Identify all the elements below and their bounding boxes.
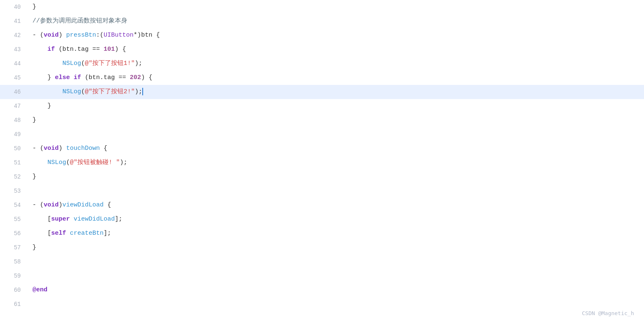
line-content[interactable]: NSLog(@"按钮被触碰! ");: [28, 158, 644, 168]
line-number: 48: [0, 116, 28, 125]
line-content[interactable]: NSLog(@"按下了按钮1!");: [28, 59, 644, 69]
code-line: 51 NSLog(@"按钮被触碰! ");: [0, 156, 644, 170]
code-line: 61: [0, 297, 644, 311]
code-line: 56 [self createBtn];: [0, 226, 644, 241]
line-content[interactable]: }: [28, 2, 644, 12]
line-content[interactable]: - (void) pressBtn:(UIButton*)btn {: [28, 30, 644, 40]
line-number: 56: [0, 229, 28, 238]
line-content[interactable]: - (void)viewDidLoad {: [28, 200, 644, 210]
code-editor: 40}41//参数为调用此函数按钮对象本身42- (void) pressBtn…: [0, 0, 644, 323]
code-line: 47 }: [0, 99, 644, 113]
line-number: 61: [0, 300, 28, 309]
code-line: 55 [super viewDidLoad];: [0, 212, 644, 226]
line-content[interactable]: NSLog(@"按下了按钮2!");: [28, 87, 644, 97]
line-content[interactable]: }: [28, 101, 644, 111]
line-number: 43: [0, 45, 28, 54]
line-number: 53: [0, 186, 28, 196]
code-line: 59: [0, 269, 644, 283]
code-line: 45 } else if (btn.tag == 202) {: [0, 71, 644, 85]
code-line: 52}: [0, 170, 644, 184]
code-line: 50- (void) touchDown {: [0, 142, 644, 156]
code-line: 54- (void)viewDidLoad {: [0, 198, 644, 212]
code-line: 49: [0, 127, 644, 142]
code-line: 58: [0, 255, 644, 269]
line-number: 57: [0, 243, 28, 252]
line-number: 55: [0, 215, 28, 224]
line-number: 41: [0, 17, 28, 26]
line-content[interactable]: } else if (btn.tag == 202) {: [28, 73, 644, 83]
line-content[interactable]: }: [28, 243, 644, 253]
code-line: 43 if (btn.tag == 101) {: [0, 42, 644, 57]
line-number: 45: [0, 73, 28, 82]
line-number: 49: [0, 130, 28, 139]
line-content[interactable]: @end: [28, 285, 644, 295]
line-number: 60: [0, 286, 28, 295]
line-content[interactable]: //参数为调用此函数按钮对象本身: [28, 16, 644, 26]
line-content[interactable]: - (void) touchDown {: [28, 144, 644, 154]
code-line: 46 NSLog(@"按下了按钮2!");: [0, 85, 644, 99]
line-content[interactable]: [self createBtn];: [28, 229, 644, 239]
line-number: 40: [0, 2, 28, 12]
line-content[interactable]: }: [28, 115, 644, 125]
code-line: 42- (void) pressBtn:(UIButton*)btn {: [0, 28, 644, 42]
line-number: 54: [0, 201, 28, 210]
code-line: 53: [0, 184, 644, 198]
code-line: 40}: [0, 0, 644, 14]
line-number: 51: [0, 158, 28, 167]
line-number: 58: [0, 257, 28, 266]
line-number: 42: [0, 31, 28, 40]
line-content[interactable]: [super viewDidLoad];: [28, 214, 644, 224]
line-number: 59: [0, 271, 28, 281]
watermark: CSDN @Magnetic_h: [582, 309, 634, 318]
line-content[interactable]: }: [28, 172, 644, 182]
line-number: 50: [0, 144, 28, 153]
line-number: 44: [0, 59, 28, 68]
code-line: 57}: [0, 241, 644, 255]
line-number: 46: [0, 87, 28, 97]
code-line: 48}: [0, 113, 644, 127]
code-line: 44 NSLog(@"按下了按钮1!");: [0, 57, 644, 71]
line-number: 52: [0, 172, 28, 181]
line-number: 47: [0, 102, 28, 111]
code-line: 41//参数为调用此函数按钮对象本身: [0, 14, 644, 28]
code-area: 40}41//参数为调用此函数按钮对象本身42- (void) pressBtn…: [0, 0, 644, 311]
line-content[interactable]: if (btn.tag == 101) {: [28, 45, 644, 55]
code-line: 60@end: [0, 283, 644, 297]
